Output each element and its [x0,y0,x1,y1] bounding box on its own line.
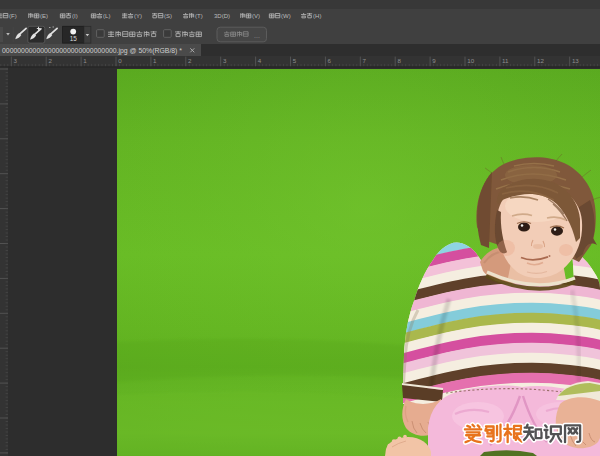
svg-text:8: 8 [397,57,401,64]
svg-text:11: 11 [502,57,509,64]
svg-text:13: 13 [572,57,579,64]
svg-text:5: 5 [293,57,297,64]
svg-text:(S): (S) [164,13,172,19]
svg-text:3: 3 [223,57,227,64]
svg-text:9: 9 [432,57,436,64]
svg-text:(W): (W) [281,13,291,19]
svg-text:(I): (I) [72,13,78,19]
svg-text:(T): (T) [195,13,203,19]
svg-text:3D(D): 3D(D) [214,13,230,19]
svg-text:15: 15 [70,35,78,42]
svg-text:1: 1 [83,57,87,64]
svg-text:...: ... [254,32,260,39]
svg-text:(V): (V) [252,13,260,19]
svg-text:2: 2 [48,57,52,64]
svg-text:(F): (F) [9,13,17,19]
svg-text:3: 3 [14,57,18,64]
svg-text:6: 6 [328,57,332,64]
svg-text:(L): (L) [103,13,110,19]
svg-text:000000000000000000000000000000: 000000000000000000000000000000.jpg @ 50%… [2,46,182,55]
svg-text:0: 0 [118,57,122,64]
svg-text:(Y): (Y) [134,13,142,19]
svg-text:12: 12 [537,57,544,64]
svg-text:(H): (H) [313,13,321,19]
svg-text:10: 10 [467,57,474,64]
svg-text:7: 7 [363,57,367,64]
svg-text:(E): (E) [40,13,48,19]
svg-text:4: 4 [258,57,262,64]
svg-text:2: 2 [188,57,192,64]
svg-text:1: 1 [153,57,157,64]
